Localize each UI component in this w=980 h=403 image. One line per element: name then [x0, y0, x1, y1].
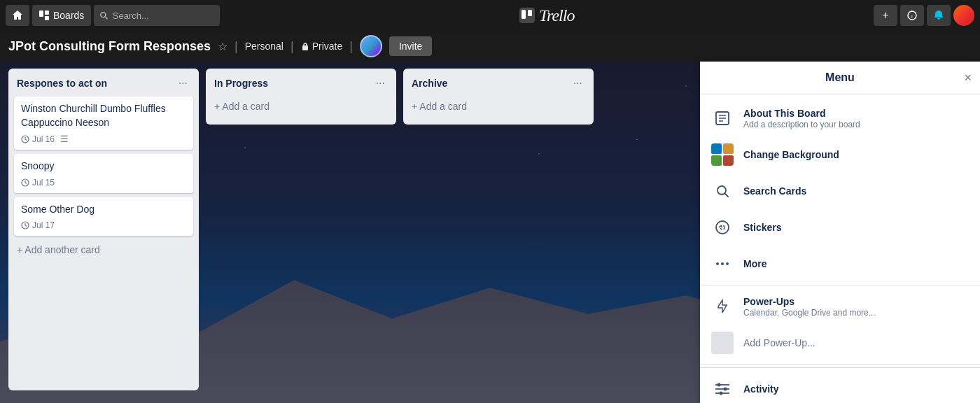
card-title-other-dog: Some Other Dog	[21, 203, 186, 217]
svg-rect-0	[39, 10, 43, 17]
menu-item-power-ups[interactable]: Power-Ups Calendar, Google Drive and mor…	[700, 288, 980, 325]
activity-label: Activity	[743, 383, 779, 395]
search-cards-icon	[711, 180, 734, 202]
board-body: Respones to act on ··· Winston Churchill…	[0, 62, 980, 403]
svg-rect-1	[45, 10, 49, 15]
privacy-label: Private	[312, 41, 343, 52]
invite-button[interactable]: Invite	[389, 36, 432, 56]
menu-item-activity[interactable]: Activity	[700, 367, 980, 403]
change-bg-text: Change Background	[743, 149, 839, 160]
svg-text:i: i	[911, 13, 913, 20]
board-privacy: Private	[301, 41, 343, 52]
add-powerup-icon	[711, 332, 734, 354]
add-card-button-responses[interactable]: + Add another card	[14, 240, 193, 260]
svg-rect-10	[302, 45, 308, 50]
list-menu-button-in-progress[interactable]: ···	[373, 76, 388, 91]
menu-item-change-bg[interactable]: Change Background	[700, 136, 980, 173]
menu-item-add-powerup[interactable]: Add Power-Up...	[700, 325, 980, 361]
card-meta-snoopy: Jul 15	[21, 178, 186, 188]
svg-point-24	[726, 262, 729, 265]
home-button[interactable]	[6, 5, 29, 26]
card-date-other-dog: Jul 17	[21, 220, 55, 230]
menu-item-search-cards[interactable]: Search Cards	[700, 173, 980, 209]
svg-point-33	[720, 392, 723, 395]
list-title-archive: Archive	[412, 78, 447, 89]
svg-point-32	[724, 388, 727, 391]
list-archive: Archive ··· + Add a card	[403, 69, 594, 125]
board-title: JPot Consulting Form Responses	[8, 39, 211, 54]
search-icon	[99, 10, 108, 20]
menu-divider-2	[700, 364, 980, 365]
clock-icon	[21, 135, 29, 143]
notifications-button[interactable]	[927, 5, 951, 26]
card-meta-winston: Jul 16 ☰	[21, 134, 186, 144]
board-member-avatar[interactable]	[360, 35, 382, 57]
svg-rect-7	[528, 10, 532, 16]
list-header-responses: Respones to act on ···	[14, 74, 193, 92]
power-ups-label: Power-Ups	[743, 296, 876, 307]
list-title-responses: Respones to act on	[17, 78, 107, 89]
add-button[interactable]: +	[874, 5, 897, 26]
card-snoopy[interactable]: Snoopy Jul 15	[14, 154, 193, 193]
divider-1: |	[234, 39, 238, 54]
info-icon: i	[907, 10, 917, 20]
user-avatar-button[interactable]	[953, 5, 974, 26]
boards-icon	[39, 10, 49, 20]
power-ups-container: Power-Ups Calendar, Google Drive and mor…	[700, 288, 980, 325]
add-card-button-archive[interactable]: + Add a card	[409, 97, 588, 116]
list-in-progress: In Progress ··· + Add a card	[206, 69, 396, 125]
search-bar[interactable]	[94, 5, 220, 26]
list-menu-button-responses[interactable]: ···	[176, 76, 190, 91]
list-header-in-progress: In Progress ···	[211, 74, 391, 92]
board-header: JPot Consulting Form Responses ☆ | Perso…	[0, 31, 980, 62]
card-title-snoopy: Snoopy	[21, 160, 186, 174]
menu-item-about[interactable]: About This Board Add a description to yo…	[700, 100, 980, 136]
search-input[interactable]	[113, 10, 215, 21]
about-icon	[711, 107, 734, 129]
change-bg-icon	[711, 143, 734, 166]
list-menu-button-archive[interactable]: ···	[570, 76, 585, 91]
info-button[interactable]: i	[900, 5, 924, 26]
add-card-button-in-progress[interactable]: + Add a card	[211, 97, 391, 116]
activity-icon	[711, 378, 734, 400]
trello-logo-icon	[519, 8, 535, 23]
card-date-winston: Jul 16	[21, 134, 55, 144]
more-icon	[711, 253, 734, 275]
card-other-dog[interactable]: Some Other Dog Jul 17	[14, 197, 193, 236]
boards-button[interactable]: Boards	[32, 5, 91, 26]
search-cards-text: Search Cards	[743, 185, 806, 197]
board-visibility: Personal	[245, 41, 284, 52]
desc-icon-winston: ☰	[60, 134, 69, 144]
add-powerup-label: Add Power-Up...	[743, 337, 816, 348]
more-text: More	[743, 258, 766, 269]
top-nav: Boards Trello + i	[0, 0, 980, 31]
svg-point-23	[721, 262, 724, 265]
star-button[interactable]: ☆	[218, 40, 227, 53]
bell-icon	[933, 10, 944, 21]
svg-rect-27	[717, 337, 728, 348]
home-icon	[12, 10, 23, 21]
menu-body: About This Board Add a description to yo…	[700, 94, 980, 403]
about-text: About This Board Add a description to yo…	[743, 108, 860, 129]
right-menu-panel: Menu × About This Board Add a descriptio…	[700, 62, 980, 403]
nav-right: + i	[874, 5, 974, 26]
clock-icon-2	[21, 178, 29, 187]
menu-item-more[interactable]: More	[700, 246, 980, 282]
trello-logo: Trello	[519, 6, 574, 25]
card-winston[interactable]: Winston Churchill Dumbo Fluffles Cappucc…	[14, 97, 193, 150]
menu-header: Menu ×	[700, 62, 980, 94]
divider-3: |	[349, 39, 353, 54]
svg-line-4	[106, 17, 108, 19]
nav-center: Trello	[223, 6, 871, 25]
boards-label: Boards	[53, 10, 84, 21]
menu-item-stickers[interactable]: Stickers	[700, 209, 980, 246]
list-title-in-progress: In Progress	[214, 78, 268, 89]
menu-title: Menu	[825, 71, 855, 84]
svg-rect-2	[45, 16, 49, 20]
menu-close-button[interactable]: ×	[964, 71, 972, 85]
stickers-text: Stickers	[743, 222, 781, 233]
svg-line-19	[725, 194, 729, 197]
stickers-label: Stickers	[743, 222, 781, 233]
change-bg-label: Change Background	[743, 149, 839, 160]
menu-divider-1	[700, 285, 980, 285]
